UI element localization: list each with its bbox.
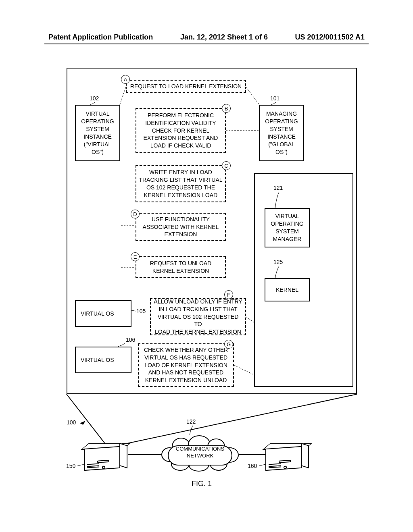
step-b-box: PERFORM ELECTRONIC IDENTIFICATION VALIDI… xyxy=(136,108,226,153)
box-text: VIRTUAL OPERATING SYSTEM INSTANCE ("VIRT… xyxy=(78,110,117,156)
step-text: USE FUNCTIONALITY ASSOCIATED WITH KERNEL… xyxy=(143,216,219,239)
ref-105: 105 xyxy=(136,308,146,314)
ref-121: 121 xyxy=(273,185,283,191)
step-text: ALLOW UNLOAD ONLY IF ENTRY IN LOAD TRCKI… xyxy=(153,298,243,336)
ref-125: 125 xyxy=(273,259,283,265)
box-text: MANAGING OPERATING SYSTEM INSTANCE ("GLO… xyxy=(262,110,301,156)
ref-100: 100 xyxy=(67,419,76,426)
ref-150: 150 xyxy=(66,463,75,469)
box-global-os: MANAGING OPERATING SYSTEM INSTANCE ("GLO… xyxy=(259,105,304,161)
step-e-badge: E xyxy=(131,252,140,261)
box-text: VIRTUAL OPERATING SYSTEM MANAGER xyxy=(271,212,303,243)
step-g-box: CHECK WHETHER ANY OTHER VIRTUAL OS HAS R… xyxy=(138,343,234,387)
header-right: US 2012/0011502 A1 xyxy=(295,33,365,42)
box-text: KERNEL xyxy=(276,286,298,294)
step-text: PERFORM ELECTRONIC IDENTIFICATION VALIDI… xyxy=(144,112,218,150)
svg-line-7 xyxy=(67,394,105,443)
step-a-badge: A xyxy=(121,75,130,84)
step-d-badge: D xyxy=(131,210,140,218)
step-text: WRITE ENTRY IN LOAD TRACKING LIST THAT V… xyxy=(139,168,222,199)
step-d-box: USE FUNCTIONALITY ASSOCIATED WITH KERNEL… xyxy=(136,213,226,241)
ref-106: 106 xyxy=(126,337,135,343)
page: Patent Application Publication Jan. 12, … xyxy=(0,0,413,532)
step-c-badge: C xyxy=(222,161,231,170)
step-f-box: ALLOW UNLOAD ONLY IF ENTRY IN LOAD TRCKI… xyxy=(150,298,246,335)
box-kernel: KERNEL xyxy=(265,278,310,301)
step-b-badge: B xyxy=(222,104,231,113)
box-virtual-os-main: VIRTUAL OPERATING SYSTEM INSTANCE ("VIRT… xyxy=(75,105,120,161)
ref-102: 102 xyxy=(90,95,99,102)
header-center: Jan. 12, 2012 Sheet 1 of 6 xyxy=(180,33,268,42)
step-text: CHECK WHETHER ANY OTHER VIRTUAL OS HAS R… xyxy=(144,346,228,384)
cloud-text: COMMUNICATIONS NETWORK xyxy=(160,446,240,459)
step-e-box: REQUEST TO UNLOAD KERNEL EXTENSION xyxy=(136,256,226,278)
ref-122: 122 xyxy=(186,418,196,425)
box-text: VIRTUAL OS xyxy=(81,356,114,364)
cloud-network: COMMUNICATIONS NETWORK xyxy=(160,435,240,472)
step-f-badge: F xyxy=(224,290,233,299)
box-vos-manager: VIRTUAL OPERATING SYSTEM MANAGER xyxy=(265,208,310,247)
step-a-box: REQUEST TO LOAD KERNEL EXTENSION xyxy=(126,80,246,93)
page-header: Patent Application Publication Jan. 12, … xyxy=(0,33,413,42)
header-left: Patent Application Publication xyxy=(48,33,153,42)
step-c-box: WRITE ENTRY IN LOAD TRACKING LIST THAT V… xyxy=(136,165,226,202)
box-text: VIRTUAL OS xyxy=(81,310,114,318)
step-g-badge: G xyxy=(224,340,233,349)
box-virtual-os-106: VIRTUAL OS xyxy=(75,347,131,373)
box-virtual-os-105: VIRTUAL OS xyxy=(75,300,131,327)
step-text: REQUEST TO LOAD KERNEL EXTENSION xyxy=(130,83,242,90)
ref-160: 160 xyxy=(248,463,257,469)
server-right xyxy=(265,443,310,472)
ref-101: 101 xyxy=(270,95,280,102)
header-rule xyxy=(44,44,369,44)
step-text: REQUEST TO UNLOAD KERNEL EXTENSION xyxy=(150,260,211,275)
figure-label: FIG. 1 xyxy=(186,480,218,488)
server-left xyxy=(84,443,128,472)
